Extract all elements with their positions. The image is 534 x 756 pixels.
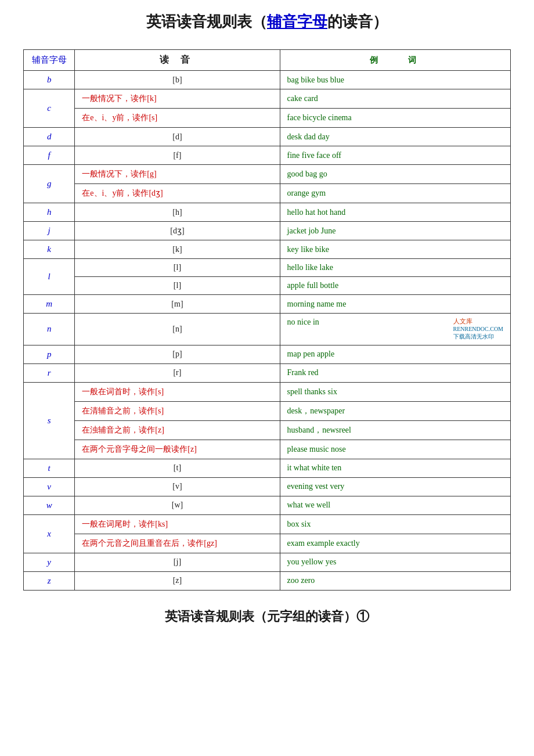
- letter-cell: k: [24, 240, 75, 259]
- example-cell: box six: [280, 514, 510, 534]
- example-cell: map pen apple: [280, 345, 510, 363]
- example-cell: bag bike bus blue: [280, 71, 510, 89]
- example-cell: fine five face off: [280, 146, 510, 165]
- letter-cell: s: [24, 382, 75, 459]
- letter-cell: y: [24, 553, 75, 571]
- example-cell: orange gym: [280, 184, 510, 203]
- reading-cell: 在清辅音之前，读作[s]: [75, 401, 280, 420]
- reading-cell: 在两个元音字母之间一般读作[z]: [75, 440, 280, 459]
- letter-cell: m: [24, 295, 75, 314]
- reading-cell: [h]: [75, 203, 280, 222]
- letter-cell: n: [24, 314, 75, 345]
- reading-cell: 一般在词首时，读作[s]: [75, 382, 280, 401]
- reading-cell: [r]: [75, 363, 280, 382]
- example-cell: you yellow yes: [280, 553, 510, 571]
- reading-cell: [n]: [75, 314, 280, 345]
- reading-cell: 一般情况下，读作[g]: [75, 165, 280, 184]
- phonics-table: 辅音字母 读 音 例 词 b[b]bag bike bus bluec一般情况下…: [23, 49, 511, 591]
- reading-cell: [d]: [75, 128, 280, 146]
- bottom-title: 英语读音规则表（元字组的读音）①: [23, 608, 511, 625]
- reading-cell: [j]: [75, 553, 280, 571]
- example-cell: what we well: [280, 496, 510, 514]
- reading-cell: [f]: [75, 146, 280, 165]
- example-cell: husband，newsreel: [280, 420, 510, 440]
- reading-cell: [w]: [75, 496, 280, 514]
- example-cell: exam example exactly: [280, 534, 510, 553]
- reading-cell: [t]: [75, 459, 280, 477]
- letter-cell: w: [24, 496, 75, 514]
- reading-cell: 在两个元音之间且重音在后，读作[gz]: [75, 534, 280, 553]
- reading-cell: 在浊辅音之前，读作[z]: [75, 420, 280, 440]
- example-cell: desk，newspaper: [280, 401, 510, 420]
- example-cell: hello like lake: [280, 259, 510, 277]
- example-cell: jacket job June: [280, 222, 510, 240]
- reading-cell: [m]: [75, 295, 280, 314]
- header-reading: 读 音: [75, 50, 280, 71]
- example-cell: please music nose: [280, 440, 510, 459]
- reading-cell: 一般情况下，读作[k]: [75, 89, 280, 109]
- example-cell: Frank red: [280, 363, 510, 382]
- letter-cell: v: [24, 477, 75, 496]
- example-cell: cake card: [280, 89, 510, 109]
- reading-cell: [b]: [75, 71, 280, 89]
- letter-cell: z: [24, 571, 75, 590]
- example-cell: spell thanks six: [280, 382, 510, 401]
- reading-cell: [dʒ]: [75, 222, 280, 240]
- reading-cell: 在e、i、y前，读作[dʒ]: [75, 184, 280, 203]
- letter-cell: h: [24, 203, 75, 222]
- example-cell: it what white ten: [280, 459, 510, 477]
- reading-cell: [l]: [75, 277, 280, 295]
- letter-cell: j: [24, 222, 75, 240]
- header-example: 例 词: [280, 50, 510, 71]
- letter-cell: t: [24, 459, 75, 477]
- reading-cell: [l]: [75, 259, 280, 277]
- example-cell: no nice in人文库RENRENDOC.COM下载高清无水印: [280, 314, 510, 345]
- example-cell: morning name me: [280, 295, 510, 314]
- letter-cell: c: [24, 89, 75, 128]
- reading-cell: [k]: [75, 240, 280, 259]
- letter-cell: r: [24, 363, 75, 382]
- reading-cell: 一般在词尾时，读作[ks]: [75, 514, 280, 534]
- header-letter: 辅音字母: [24, 50, 75, 71]
- letter-cell: d: [24, 128, 75, 146]
- example-cell: evening vest very: [280, 477, 510, 496]
- example-cell: face bicycle cinema: [280, 109, 510, 128]
- reading-cell: [p]: [75, 345, 280, 363]
- letter-cell: f: [24, 146, 75, 165]
- example-cell: apple full bottle: [280, 277, 510, 295]
- example-cell: zoo zero: [280, 571, 510, 590]
- letter-cell: l: [24, 259, 75, 295]
- letter-cell: g: [24, 165, 75, 203]
- reading-cell: [v]: [75, 477, 280, 496]
- page-title: 英语读音规则表（辅音字母的读音）: [23, 12, 511, 32]
- example-cell: good bag go: [280, 165, 510, 184]
- letter-cell: b: [24, 71, 75, 89]
- example-cell: desk dad day: [280, 128, 510, 146]
- example-cell: hello hat hot hand: [280, 203, 510, 222]
- letter-cell: x: [24, 514, 75, 553]
- letter-cell: p: [24, 345, 75, 363]
- reading-cell: [z]: [75, 571, 280, 590]
- reading-cell: 在e、i、y前，读作[s]: [75, 109, 280, 128]
- example-cell: key like bike: [280, 240, 510, 259]
